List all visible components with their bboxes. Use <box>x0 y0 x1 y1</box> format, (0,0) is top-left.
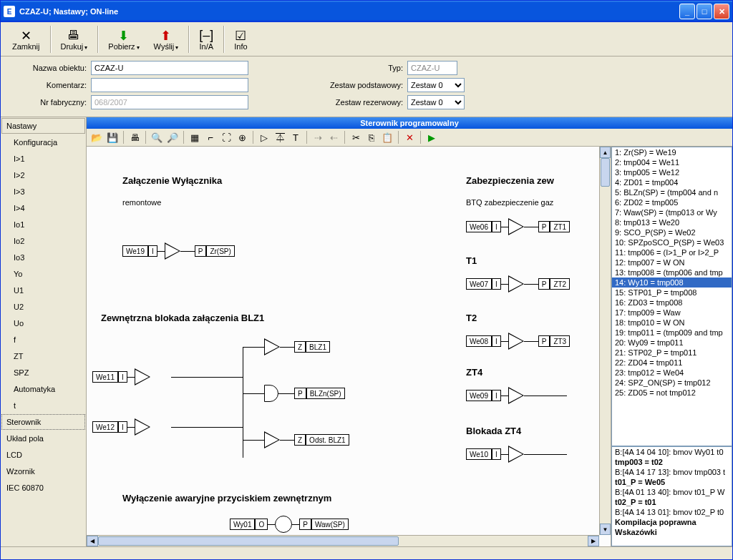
print-icon[interactable]: 🖶 <box>127 130 142 144</box>
code-line[interactable]: 21: STP02_P = tmp011 <box>612 348 732 358</box>
sidebar-item[interactable]: I>3 <box>1 184 85 200</box>
gate-buffer[interactable] <box>264 431 280 448</box>
block-wy01[interactable]: Wy01O PWaw(SP) <box>230 516 349 533</box>
diagram-canvas[interactable]: Załączenie Wyłącznika remontowe Zabezpie… <box>87 147 599 535</box>
text-icon[interactable]: T <box>288 130 303 144</box>
open-icon[interactable]: 📂 <box>89 130 104 144</box>
komentarz-input[interactable] <box>91 78 248 92</box>
grid-icon[interactable]: ▦ <box>188 130 202 144</box>
vertical-scrollbar[interactable]: ▲ ▼ <box>599 147 611 535</box>
sidebar-item[interactable]: I>1 <box>1 151 85 167</box>
code-line[interactable]: 16: ZD03 = tmp008 <box>612 298 732 308</box>
code-line[interactable]: 17: tmp009 = Waw <box>612 308 732 318</box>
sidebar-item[interactable]: Io2 <box>1 233 85 249</box>
code-line[interactable]: 14: Wy10 = tmp008 <box>612 277 732 288</box>
zoom2-icon[interactable]: ⊕ <box>235 130 249 144</box>
sidebar-item[interactable]: U1 <box>1 283 85 298</box>
toolbar-zamknij[interactable]: ✕Zamknij <box>5 24 47 55</box>
code-line[interactable]: 4: ZD01 = tmp004 <box>612 177 732 187</box>
toolbar-wyslij[interactable]: ⬆Wyślij▾ <box>147 24 186 55</box>
horizontal-scrollbar[interactable]: ◀ ▶ <box>87 535 599 546</box>
code-line[interactable]: 25: ZD05 = not tmp012 <box>612 388 732 398</box>
delete-icon[interactable]: ✕ <box>402 130 417 144</box>
preview-icon[interactable]: 🔍 <box>150 130 164 144</box>
block-we11[interactable]: We11I <box>92 368 150 385</box>
code-line[interactable]: 13: tmp008 = (tmp006 and tmp <box>612 267 732 277</box>
code-line[interactable]: 18: tmp010 = W ON <box>612 318 732 328</box>
maximize-button[interactable]: □ <box>696 4 712 19</box>
minimize-button[interactable]: _ <box>679 4 695 19</box>
code-line[interactable]: 6: ZD02 = tmp005 <box>612 197 732 207</box>
scroll-left-icon[interactable]: ◀ <box>87 536 98 546</box>
run-icon[interactable]: ▶ <box>424 130 439 144</box>
scroll-thumb[interactable] <box>98 536 399 546</box>
sidebar-category[interactable]: IEC 60870 <box>1 480 85 496</box>
sidebar-category[interactable]: Układ pola <box>1 431 85 446</box>
code-line[interactable]: 24: SPZ_ON(SP) = tmp012 <box>612 378 732 388</box>
snap-icon[interactable]: ⌐ <box>203 130 218 144</box>
sidebar-item[interactable]: Io3 <box>1 250 85 265</box>
code-line[interactable]: 5: BLZn(SP) = (tmp004 and n <box>612 187 732 197</box>
sidebar-item[interactable]: Konfiguracja <box>1 134 85 150</box>
sidebar-item[interactable]: I>2 <box>1 167 85 183</box>
block-we19[interactable]: We19I PZr(SP) <box>122 242 235 260</box>
code-line[interactable]: 8: tmp013 = We20 <box>612 217 732 227</box>
out-odstblz1[interactable]: ZOdst. BLZ1 <box>294 434 349 446</box>
sidebar-item[interactable]: ZT <box>1 348 85 364</box>
code-line[interactable]: 22: ZD04 = tmp011 <box>612 358 732 368</box>
block-we07[interactable]: We07I PZT2 <box>466 275 570 293</box>
paste-icon[interactable]: 📋 <box>380 130 394 144</box>
out-blznsp[interactable]: PBLZn(SP) <box>294 388 345 399</box>
tool-a-icon[interactable]: ⏄ <box>273 130 287 144</box>
sidebar-item[interactable]: Yo <box>1 266 85 282</box>
sidebar-item[interactable]: Automatyka <box>1 381 85 397</box>
play-icon[interactable]: ▷ <box>257 130 271 144</box>
code-line[interactable]: 9: SCO_P(SP) = We02 <box>612 227 732 237</box>
code-line[interactable]: 12: tmp007 = W ON <box>612 257 732 267</box>
toolbar-pobierz[interactable]: ⬇Pobierz▾ <box>101 24 146 55</box>
code-line[interactable]: 1: Zr(SP) = We19 <box>612 147 732 157</box>
sidebar-category[interactable]: Sterownik <box>1 414 85 430</box>
code-line[interactable]: 20: Wy09 = tmp011 <box>612 338 732 348</box>
scroll-thumb[interactable] <box>601 158 610 187</box>
unlink-icon[interactable]: ⇠ <box>326 130 341 144</box>
fit-icon[interactable]: ⛶ <box>219 130 233 144</box>
copy-icon[interactable]: ⎘ <box>364 130 379 144</box>
code-line[interactable]: 15: STP01_P = tmp008 <box>612 288 732 298</box>
code-line[interactable]: 2: tmp004 = We11 <box>612 157 732 167</box>
sidebar-item[interactable]: t <box>1 398 85 413</box>
cut-icon[interactable]: ✂ <box>349 130 363 144</box>
zoom-icon[interactable]: 🔎 <box>165 130 180 144</box>
save-icon[interactable]: 💾 <box>105 130 120 144</box>
code-line[interactable]: 10: SPZpoSCO_P(SP) = We03 <box>612 237 732 247</box>
sidebar-head[interactable]: Nastawy <box>1 118 85 134</box>
block-we12[interactable]: We12I <box>92 418 150 436</box>
code-line[interactable]: 11: tmp006 = (I>1_P or I>2_P <box>612 247 732 257</box>
block-we09[interactable]: We09I <box>466 387 567 404</box>
sidebar-item[interactable]: f <box>1 332 85 348</box>
block-we10[interactable]: We10I <box>466 446 567 463</box>
zr-select[interactable]: Zestaw 0 <box>407 95 465 109</box>
sidebar-item[interactable]: SPZ <box>1 365 85 380</box>
code-line[interactable]: 7: Waw(SP) = (tmp013 or Wy <box>612 207 732 217</box>
out-blz1[interactable]: ZBLZ1 <box>294 341 330 353</box>
gate-buffer[interactable] <box>264 338 280 355</box>
sidebar-category[interactable]: LCD <box>1 447 85 463</box>
sidebar-item[interactable]: Uo <box>1 315 85 331</box>
link-icon[interactable]: ⇢ <box>311 130 325 144</box>
block-we06[interactable]: We06I PZT1 <box>466 218 570 235</box>
toolbar-ina[interactable]: [–]In/A <box>192 24 220 55</box>
gate-and[interactable] <box>264 385 278 402</box>
scroll-up-icon[interactable]: ▲ <box>600 147 611 158</box>
scroll-down-icon[interactable]: ▼ <box>600 524 611 535</box>
block-we08[interactable]: We08I PZT3 <box>466 333 570 350</box>
zp-select[interactable]: Zestaw 0 <box>407 78 465 92</box>
nazwa-input[interactable] <box>91 61 248 75</box>
close-button[interactable]: ✕ <box>714 4 729 19</box>
toolbar-info[interactable]: ☑Info <box>227 24 254 55</box>
toolbar-drukuj[interactable]: 🖶Drukuj▾ <box>54 24 95 55</box>
code-line[interactable]: 23: tmp012 = We04 <box>612 368 732 378</box>
sidebar-item[interactable]: U2 <box>1 299 85 315</box>
scroll-right-icon[interactable]: ▶ <box>588 536 599 546</box>
code-line[interactable]: 3: tmp005 = We12 <box>612 167 732 177</box>
